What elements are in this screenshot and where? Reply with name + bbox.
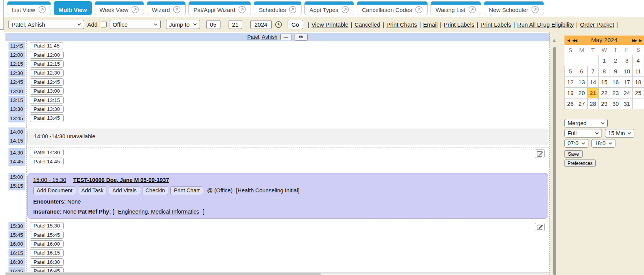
- time-cell[interactable]: 13:00: [8, 87, 25, 95]
- fb-button[interactable]: f/b: [295, 34, 308, 41]
- minical-day-cell[interactable]: 9: [610, 66, 621, 76]
- minical-day-cell[interactable]: 23: [610, 87, 621, 98]
- minical-day-cell[interactable]: 6: [576, 66, 587, 76]
- tab-schedules[interactable]: Schedules: [254, 1, 302, 15]
- minical-day-cell[interactable]: 16: [610, 76, 621, 87]
- open-new-window-icon[interactable]: [238, 6, 246, 14]
- add-vitals-button[interactable]: Add Vitals: [109, 186, 140, 195]
- date-day-input[interactable]: 21: [229, 20, 242, 29]
- minical-day-cell[interactable]: 27: [576, 98, 587, 109]
- minical-day-cell[interactable]: 1: [598, 55, 610, 66]
- end-time-select[interactable]: 18:00: [591, 139, 615, 148]
- time-cell[interactable]: 16:15: [8, 249, 25, 257]
- minical-fast-next-arrow-icon[interactable]: ▶▶: [632, 38, 636, 42]
- scrollbar-thumb[interactable]: [5, 273, 321, 275]
- add-document-button[interactable]: Add Document: [33, 186, 76, 195]
- toolbar-link-order-packet[interactable]: Order Packet: [580, 21, 614, 28]
- slot-button-patel-14-45[interactable]: Patel 14:45: [30, 158, 64, 165]
- minical-day-cell[interactable]: 19: [565, 87, 576, 98]
- slot-button-patel-12-00[interactable]: Patel 12:00: [30, 51, 64, 59]
- time-cell[interactable]: 14:15: [8, 136, 25, 145]
- minical-next-arrow-icon[interactable]: ▶: [639, 38, 641, 42]
- scrollbar-thumb[interactable]: [553, 47, 556, 275]
- toolbar-link-email[interactable]: Email: [423, 21, 438, 28]
- slot-button-patel-12-15[interactable]: Patel 12:15: [30, 60, 64, 68]
- slot-button-patel-13-15[interactable]: Patel 13:15: [30, 96, 64, 104]
- open-new-window-icon[interactable]: [38, 6, 46, 14]
- open-new-window-icon[interactable]: [173, 6, 181, 14]
- minical-day-cell[interactable]: 11: [632, 66, 644, 76]
- minical-day-cell[interactable]: 21: [587, 87, 598, 98]
- provider-link[interactable]: Patel, Ashish: [247, 34, 277, 40]
- slot-button-patel-11-45[interactable]: Patel 11:45: [30, 42, 63, 50]
- interval-select[interactable]: 15 Min.: [605, 129, 634, 138]
- open-new-window-icon[interactable]: [341, 6, 349, 14]
- time-cell[interactable]: 14:00: [8, 127, 25, 136]
- slot-button-patel-15-30[interactable]: Patel 15:30: [30, 222, 64, 230]
- minical-day-cell[interactable]: 25: [632, 87, 644, 98]
- minical-day-cell[interactable]: 26: [565, 98, 576, 109]
- tab-waiting-list[interactable]: Waiting List: [430, 1, 481, 15]
- tab-appt-types[interactable]: Appt Types: [304, 1, 354, 15]
- minical-day-cell[interactable]: 7: [587, 66, 598, 76]
- tab-multi-view[interactable]: Multi View: [54, 1, 92, 15]
- time-cell[interactable]: 13:30: [8, 105, 25, 114]
- jump-to-select[interactable]: Jump to: [166, 20, 200, 29]
- time-cell[interactable]: 13:45: [8, 114, 25, 122]
- minical-day-cell[interactable]: 4: [632, 55, 644, 66]
- scroll-up-icon[interactable]: ▲: [552, 37, 557, 43]
- patient-link[interactable]: TEST-10006 Doe, Jane M 05-09-1937: [73, 177, 169, 183]
- toolbar-link-cancelled[interactable]: Cancelled: [354, 21, 380, 28]
- provider-select[interactable]: Patel, Ashish: [8, 20, 84, 29]
- go-button[interactable]: Go: [288, 20, 303, 29]
- clock-icon[interactable]: [275, 21, 282, 28]
- open-new-window-icon[interactable]: [289, 6, 297, 14]
- minical-day-cell[interactable]: 12: [565, 76, 576, 87]
- unavailable-block[interactable]: 14:00 -14:30 unavailable: [27, 129, 548, 145]
- minical-day-cell[interactable]: 18: [632, 76, 644, 87]
- start-time-select[interactable]: 07:00: [564, 139, 588, 148]
- time-cell[interactable]: 15:45: [8, 231, 25, 239]
- time-cell[interactable]: 12:15: [8, 60, 25, 68]
- preferences-button[interactable]: Preferences: [564, 160, 596, 167]
- tab-wizard[interactable]: Wizard: [147, 1, 186, 15]
- minical-day-cell[interactable]: 15: [598, 76, 610, 87]
- slot-button-patel-16-00[interactable]: Patel 16:00: [30, 240, 64, 248]
- toolbar-link-print-charts[interactable]: Print Charts: [386, 21, 417, 28]
- tab-week-view[interactable]: Week View: [95, 1, 144, 15]
- view-mode-select[interactable]: Merged: [564, 119, 608, 127]
- minical-day-cell[interactable]: 13: [576, 76, 587, 87]
- time-cell[interactable]: 15:30: [8, 222, 25, 230]
- slot-button-patel-13-00[interactable]: Patel 13:00: [30, 87, 64, 95]
- toolbar-link-print-labels[interactable]: Print Labels: [480, 21, 511, 28]
- time-cell[interactable]: 15:15: [8, 182, 25, 190]
- slot-button-patel-14-30[interactable]: Patel 14:30: [30, 149, 64, 156]
- time-cell[interactable]: 16:00: [8, 240, 25, 248]
- tab-new-scheduler[interactable]: New Scheduler: [484, 1, 544, 15]
- tab-cancellation-codes[interactable]: Cancellation Codes: [357, 1, 428, 15]
- edit-appointment-button[interactable]: [535, 149, 545, 158]
- minical-day-cell[interactable]: 24: [621, 87, 632, 98]
- minical-day-cell[interactable]: 14: [587, 76, 598, 87]
- time-cell[interactable]: 12:45: [8, 78, 25, 87]
- print-chart-button[interactable]: Print Chart: [170, 186, 203, 195]
- minical-day-cell[interactable]: 5: [565, 66, 576, 76]
- size-select[interactable]: Full: [564, 129, 602, 138]
- horizontal-scrollbar[interactable]: [5, 272, 549, 275]
- slot-button-patel-12-30[interactable]: Patel 12:30: [30, 69, 64, 77]
- open-new-window-icon[interactable]: [468, 6, 476, 14]
- minical-day-cell[interactable]: 8: [598, 66, 610, 76]
- appointment-time-link[interactable]: 15:00 - 15:30: [33, 177, 66, 183]
- minical-day-cell[interactable]: 17: [621, 76, 632, 87]
- minical-day-cell[interactable]: 28: [587, 98, 598, 109]
- time-cell[interactable]: 12:00: [8, 51, 25, 59]
- tab-list-view[interactable]: List View: [7, 1, 51, 15]
- referring-physician-link[interactable]: Engineering, Medical Informatics: [118, 209, 199, 215]
- minical-day-cell[interactable]: 20: [576, 87, 587, 98]
- slot-button-patel-16-15[interactable]: Patel 16:15: [30, 249, 64, 257]
- time-cell[interactable]: 11:45: [8, 42, 25, 50]
- slot-button-patel-13-45[interactable]: Patel 13:45: [30, 114, 64, 122]
- time-cell[interactable]: 16:30: [8, 258, 25, 267]
- minimize-button[interactable]: —: [280, 34, 292, 40]
- slot-button-patel-16-30[interactable]: Patel 16:30: [30, 258, 64, 266]
